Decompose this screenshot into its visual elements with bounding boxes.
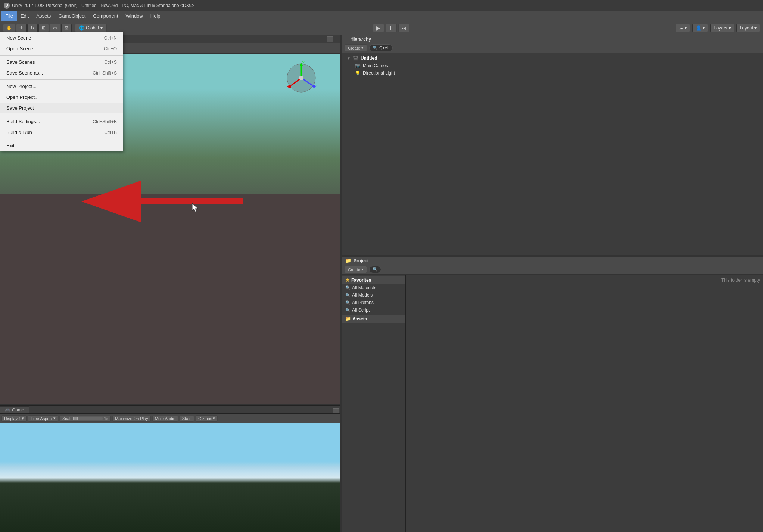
- assets-folder-icon: 📁: [345, 316, 351, 322]
- account-button[interactable]: 👤 ▾: [692, 24, 708, 32]
- project-header: 📁 Project: [342, 257, 763, 265]
- hierarchy-content: ▼ 🎬 Untitled 📷 Main Camera 💡 Directional…: [342, 53, 763, 255]
- unity-logo-icon: U: [4, 3, 10, 9]
- hierarchy-panel: ≡ Hierarchy Create ▾ 🔍 Q▾All ▼ 🎬 Untitle…: [342, 35, 763, 255]
- step-button[interactable]: ⏭: [398, 24, 409, 32]
- hierarchy-toolbar: Create ▾ 🔍 Q▾All: [342, 43, 763, 53]
- menu-build-settings[interactable]: Build Settings... Ctrl+Shift+B: [0, 116, 123, 127]
- game-panel: 🎮 Game Display 1 ▾ Free Aspect ▾ Scale: [0, 405, 340, 532]
- favorites-all-prefabs[interactable]: 🔍 All Prefabs: [342, 299, 405, 306]
- project-search[interactable]: 🔍: [369, 266, 381, 273]
- favorites-section[interactable]: ★ Favorites: [342, 276, 405, 284]
- menu-open-project[interactable]: Open Project...: [0, 92, 123, 103]
- cloud-button[interactable]: ☁ ▾: [676, 24, 690, 32]
- project-icon: 📁: [345, 258, 351, 263]
- hierarchy-search-icon: 🔍: [373, 46, 378, 50]
- camera-icon: 📷: [355, 63, 361, 68]
- hierarchy-create-btn[interactable]: Create ▾: [345, 44, 367, 51]
- globe-icon: 🌐: [79, 25, 84, 31]
- project-tree: ★ Favorites 🔍 All Materials 🔍 All Models…: [342, 275, 406, 532]
- transform-tools: ✋ ✛ ↻ ⊞ ▭ ⊠: [3, 24, 72, 32]
- game-gizmos-btn[interactable]: Gizmos ▾: [196, 415, 218, 422]
- multi-tool[interactable]: ⊠: [61, 24, 72, 32]
- move-tool[interactable]: ✛: [16, 24, 27, 32]
- menu-save-scenes[interactable]: Save Scenes Ctrl+S: [0, 57, 123, 68]
- menu-help[interactable]: Help: [147, 11, 164, 21]
- game-toolbar: Display 1 ▾ Free Aspect ▾ Scale 1x Maxim…: [0, 414, 340, 423]
- scene-maximize-btn[interactable]: [327, 36, 333, 42]
- hierarchy-scene-root[interactable]: ▼ 🎬 Untitled: [342, 54, 763, 62]
- menu-save-project[interactable]: Save Project: [0, 103, 123, 113]
- separator-2: [0, 79, 123, 80]
- mute-audio-btn[interactable]: Mute Audio: [152, 416, 178, 422]
- cloud-collab: ☁ ▾ 👤 ▾ Layers ▾ Layout ▾: [676, 24, 760, 32]
- favorites-all-models[interactable]: 🔍 All Models: [342, 291, 405, 299]
- svg-text:Z: Z: [314, 85, 317, 89]
- display-selector[interactable]: Display 1 ▾: [1, 415, 27, 422]
- menu-new-project[interactable]: New Project...: [0, 81, 123, 92]
- search-prefabs-icon: 🔍: [345, 300, 351, 305]
- pause-button[interactable]: ⏸: [386, 24, 397, 32]
- menu-build-run[interactable]: Build & Run Ctrl+B: [0, 127, 123, 138]
- global-button[interactable]: 🌐 Global ▾: [75, 24, 107, 32]
- right-panel: ≡ Hierarchy Create ▾ 🔍 Q▾All ▼ 🎬 Untitle…: [342, 35, 763, 532]
- scale-slider[interactable]: Scale 1x: [60, 416, 111, 422]
- hierarchy-item-directional-light[interactable]: 💡 Directional Light: [342, 69, 763, 77]
- menu-bar: File Edit Assets GameObject Component Wi…: [0, 11, 763, 21]
- menu-file[interactable]: File: [1, 11, 17, 21]
- maximize-on-play-btn[interactable]: Maximize On Play: [112, 416, 151, 422]
- favorites-all-scripts[interactable]: 🔍 All Script: [342, 306, 405, 314]
- search-scripts-icon: 🔍: [345, 308, 351, 313]
- rotate-tool[interactable]: ↻: [27, 24, 38, 32]
- scene-icon: 🎬: [353, 56, 358, 61]
- hierarchy-item-main-camera[interactable]: 📷 Main Camera: [342, 62, 763, 69]
- search-materials-icon: 🔍: [345, 285, 351, 290]
- project-label: Project: [354, 258, 369, 263]
- menu-gameobject[interactable]: GameObject: [54, 11, 89, 21]
- game-tab-icon: 🎮: [5, 407, 10, 413]
- hierarchy-label: Hierarchy: [351, 37, 371, 42]
- game-maximize-btn[interactable]: [333, 408, 339, 413]
- hierarchy-header: ≡ Hierarchy: [342, 35, 763, 43]
- favorites-all-materials[interactable]: 🔍 All Materials: [342, 284, 405, 291]
- game-panel-controls: [333, 408, 340, 413]
- menu-window[interactable]: Window: [122, 11, 147, 21]
- game-tabs: 🎮 Game: [0, 406, 340, 414]
- light-icon: 💡: [355, 71, 361, 76]
- file-dropdown: New Scene Ctrl+N Open Scene Ctrl+O Save …: [0, 32, 123, 151]
- aspect-selector[interactable]: Free Aspect ▾: [28, 415, 58, 422]
- svg-text:Y: Y: [302, 61, 305, 65]
- menu-new-scene[interactable]: New Scene Ctrl+N: [0, 32, 123, 43]
- window-title: Unity 2017.1.0f3 Personal (64bit) - Unti…: [12, 3, 194, 8]
- tab-game[interactable]: 🎮 Game: [0, 406, 29, 413]
- title-bar: U Unity 2017.1.0f3 Personal (64bit) - Un…: [0, 0, 763, 11]
- scale-tool[interactable]: ⊞: [38, 24, 49, 32]
- layers-button[interactable]: Layers ▾: [710, 24, 734, 32]
- menu-open-scene[interactable]: Open Scene Ctrl+O: [0, 43, 123, 54]
- project-content: ★ Favorites 🔍 All Materials 🔍 All Models…: [342, 275, 763, 532]
- separator-3: [0, 115, 123, 115]
- game-background: [0, 423, 340, 532]
- search-models-icon: 🔍: [345, 293, 351, 298]
- layout-button[interactable]: Layout ▾: [736, 24, 760, 32]
- hierarchy-icon: ≡: [345, 36, 348, 42]
- project-assets-view: This folder is empty: [406, 275, 763, 532]
- menu-assets[interactable]: Assets: [32, 11, 54, 21]
- playback-controls: ▶ ⏸ ⏭: [110, 24, 673, 32]
- stats-btn[interactable]: Stats: [180, 416, 194, 422]
- menu-exit[interactable]: Exit: [0, 140, 123, 151]
- project-create-btn[interactable]: Create ▾: [345, 266, 367, 273]
- rect-tool[interactable]: ▭: [50, 24, 60, 32]
- hierarchy-search[interactable]: 🔍 Q▾All: [369, 44, 393, 51]
- menu-component[interactable]: Component: [89, 11, 122, 21]
- menu-save-scene-as[interactable]: Save Scene as... Ctrl+Shift+S: [0, 68, 123, 78]
- project-panel: 📁 Project Create ▾ 🔍 ★ Favorites: [342, 257, 763, 532]
- assets-section[interactable]: 📁 Assets: [342, 315, 405, 323]
- play-button[interactable]: ▶: [373, 24, 384, 32]
- svg-point-20: [299, 76, 303, 80]
- separator-4: [0, 139, 123, 139]
- menu-edit[interactable]: Edit: [17, 11, 32, 21]
- persp-label: < Persp: [317, 376, 333, 381]
- hand-tool[interactable]: ✋: [3, 24, 15, 32]
- expand-icon: ▼: [347, 56, 351, 60]
